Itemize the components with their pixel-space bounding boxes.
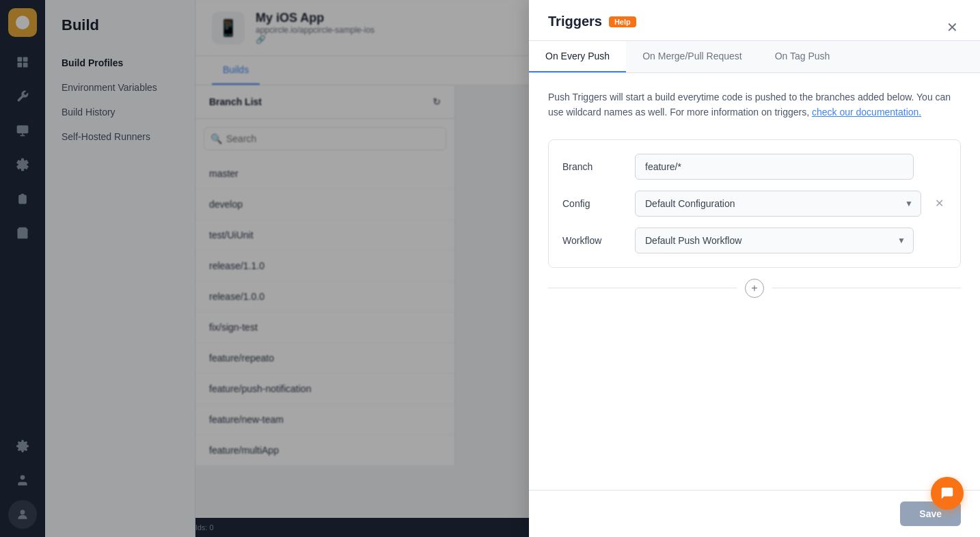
modal-tabs: On Every Push On Merge/Pull Request On T…	[529, 41, 980, 73]
branch-input[interactable]	[635, 154, 914, 180]
divider-left	[548, 288, 737, 288]
config-row: Config Default Configuration ▼ ✕	[562, 191, 947, 217]
branch-label: Branch	[562, 161, 624, 172]
modal-body: Push Triggers will start a build everyti…	[529, 73, 980, 490]
tab-on-merge-pull[interactable]: On Merge/Pull Request	[626, 41, 759, 72]
delete-trigger-button[interactable]: ✕	[932, 194, 947, 212]
modal-header: Triggers Help ✕	[529, 0, 980, 41]
docs-link[interactable]: check our documentation.	[812, 107, 921, 118]
config-label-field: Config	[562, 198, 624, 209]
branch-row: Branch	[562, 154, 947, 180]
add-trigger-button[interactable]: +	[745, 279, 764, 298]
workflow-select[interactable]: Default Push Workflow	[635, 228, 914, 253]
divider-right	[772, 288, 961, 288]
tab-on-every-push[interactable]: On Every Push	[529, 41, 626, 72]
modal-title: Triggers	[548, 14, 602, 29]
modal-description: Push Triggers will start a build everyti…	[548, 90, 961, 120]
tab-on-tag-push[interactable]: On Tag Push	[759, 41, 847, 72]
modal-title-row: Triggers Help	[548, 14, 636, 40]
help-badge[interactable]: Help	[609, 16, 636, 27]
add-trigger-row: +	[548, 279, 961, 298]
workflow-select-wrapper: Default Push Workflow ▼	[635, 228, 914, 253]
trigger-card: Branch Config Default Configuration ▼ ✕ …	[548, 139, 961, 268]
config-select[interactable]: Default Configuration	[635, 191, 921, 217]
chat-icon	[940, 486, 955, 501]
modal-close-button[interactable]: ✕	[944, 16, 961, 38]
config-select-wrapper: Default Configuration ▼	[635, 191, 921, 217]
workflow-row: Workflow Default Push Workflow ▼	[562, 228, 947, 253]
triggers-modal: Triggers Help ✕ On Every Push On Merge/P…	[529, 0, 980, 537]
workflow-label: Workflow	[562, 235, 624, 246]
chat-fab[interactable]	[931, 477, 964, 510]
modal-footer: Save	[529, 490, 980, 537]
